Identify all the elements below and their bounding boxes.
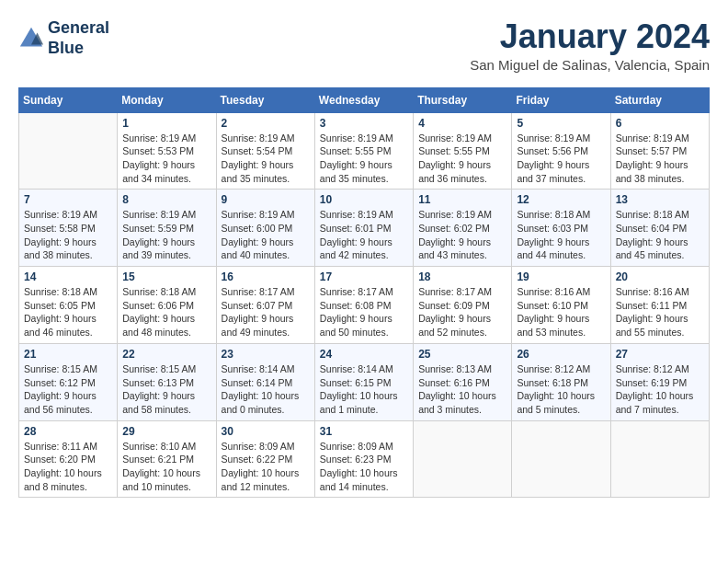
- calendar-cell: 23Sunrise: 8:14 AMSunset: 6:14 PMDayligh…: [216, 343, 314, 420]
- calendar-cell: 10Sunrise: 8:19 AMSunset: 6:01 PMDayligh…: [314, 190, 413, 267]
- calendar-week-5: 28Sunrise: 8:11 AMSunset: 6:20 PMDayligh…: [19, 420, 710, 498]
- day-number: 5: [517, 117, 605, 130]
- calendar-cell: 4Sunrise: 8:19 AMSunset: 5:55 PMDaylight…: [414, 112, 512, 190]
- calendar-cell: 26Sunrise: 8:12 AMSunset: 6:18 PMDayligh…: [512, 343, 610, 420]
- day-info: Sunrise: 8:19 AMSunset: 5:53 PMDaylight:…: [122, 132, 210, 186]
- location: San Miguel de Salinas, Valencia, Spain: [470, 57, 710, 73]
- calendar-cell: 14Sunrise: 8:18 AMSunset: 6:05 PMDayligh…: [19, 267, 118, 344]
- logo-icon: [18, 26, 44, 52]
- logo: General Blue: [18, 18, 109, 58]
- column-header-sunday: Sunday: [19, 87, 118, 112]
- day-info: Sunrise: 8:19 AMSunset: 5:55 PMDaylight:…: [320, 132, 408, 186]
- day-number: 19: [517, 270, 605, 283]
- day-number: 1: [122, 117, 210, 130]
- day-number: 8: [122, 193, 210, 206]
- day-number: 31: [320, 425, 408, 438]
- day-info: Sunrise: 8:18 AMSunset: 6:03 PMDaylight:…: [517, 208, 605, 262]
- day-info: Sunrise: 8:15 AMSunset: 6:13 PMDaylight:…: [122, 362, 210, 417]
- day-number: 4: [418, 117, 506, 130]
- day-number: 15: [122, 270, 210, 283]
- calendar-cell: 24Sunrise: 8:14 AMSunset: 6:15 PMDayligh…: [314, 343, 413, 420]
- column-header-wednesday: Wednesday: [314, 87, 413, 112]
- title-block: January 2024 San Miguel de Salinas, Vale…: [470, 18, 710, 73]
- day-info: Sunrise: 8:19 AMSunset: 5:55 PMDaylight:…: [418, 132, 506, 186]
- day-number: 7: [24, 193, 112, 206]
- day-number: 21: [24, 348, 112, 361]
- day-info: Sunrise: 8:14 AMSunset: 6:15 PMDaylight:…: [320, 362, 408, 417]
- column-header-thursday: Thursday: [414, 87, 512, 112]
- day-number: 22: [122, 348, 210, 361]
- day-number: 14: [24, 270, 112, 283]
- column-header-tuesday: Tuesday: [216, 87, 314, 112]
- calendar-week-4: 21Sunrise: 8:15 AMSunset: 6:12 PMDayligh…: [19, 343, 710, 420]
- day-info: Sunrise: 8:19 AMSunset: 6:00 PMDaylight:…: [222, 208, 310, 262]
- day-number: 12: [517, 193, 605, 206]
- calendar-cell: 11Sunrise: 8:19 AMSunset: 6:02 PMDayligh…: [414, 190, 512, 267]
- day-info: Sunrise: 8:18 AMSunset: 6:06 PMDaylight:…: [122, 285, 210, 339]
- logo-text: General Blue: [48, 18, 109, 58]
- calendar-table: SundayMondayTuesdayWednesdayThursdayFrid…: [18, 87, 710, 499]
- day-info: Sunrise: 8:19 AMSunset: 5:54 PMDaylight:…: [222, 132, 310, 186]
- day-number: 30: [222, 425, 310, 438]
- day-number: 2: [222, 117, 310, 130]
- day-number: 3: [320, 117, 408, 130]
- day-number: 13: [616, 193, 704, 206]
- calendar-cell: 15Sunrise: 8:18 AMSunset: 6:06 PMDayligh…: [118, 267, 216, 344]
- day-info: Sunrise: 8:12 AMSunset: 6:19 PMDaylight:…: [616, 362, 704, 417]
- day-info: Sunrise: 8:09 AMSunset: 6:22 PMDaylight:…: [222, 440, 310, 494]
- calendar-cell: 29Sunrise: 8:10 AMSunset: 6:21 PMDayligh…: [118, 420, 216, 498]
- calendar-cell: 12Sunrise: 8:18 AMSunset: 6:03 PMDayligh…: [512, 190, 610, 267]
- day-number: 24: [320, 348, 408, 361]
- day-number: 28: [24, 425, 112, 438]
- day-number: 29: [122, 425, 210, 438]
- day-number: 17: [320, 270, 408, 283]
- calendar-cell: 20Sunrise: 8:16 AMSunset: 6:11 PMDayligh…: [610, 267, 709, 344]
- calendar-cell: 7Sunrise: 8:19 AMSunset: 5:58 PMDaylight…: [19, 190, 118, 267]
- calendar-week-3: 14Sunrise: 8:18 AMSunset: 6:05 PMDayligh…: [19, 267, 710, 344]
- calendar-cell: 2Sunrise: 8:19 AMSunset: 5:54 PMDaylight…: [216, 112, 314, 190]
- month-title: January 2024: [470, 18, 710, 55]
- column-header-monday: Monday: [118, 87, 216, 112]
- day-number: 9: [222, 193, 310, 206]
- calendar-cell: 3Sunrise: 8:19 AMSunset: 5:55 PMDaylight…: [314, 112, 413, 190]
- day-info: Sunrise: 8:10 AMSunset: 6:21 PMDaylight:…: [122, 440, 210, 494]
- calendar-week-1: 1Sunrise: 8:19 AMSunset: 5:53 PMDaylight…: [19, 112, 710, 190]
- day-info: Sunrise: 8:19 AMSunset: 5:57 PMDaylight:…: [616, 132, 704, 186]
- calendar-body: 1Sunrise: 8:19 AMSunset: 5:53 PMDaylight…: [19, 112, 710, 498]
- column-header-saturday: Saturday: [610, 87, 709, 112]
- calendar-cell: 6Sunrise: 8:19 AMSunset: 5:57 PMDaylight…: [610, 112, 709, 190]
- day-info: Sunrise: 8:18 AMSunset: 6:04 PMDaylight:…: [616, 208, 704, 262]
- calendar-cell: 9Sunrise: 8:19 AMSunset: 6:00 PMDaylight…: [216, 190, 314, 267]
- day-number: 26: [517, 348, 605, 361]
- calendar-cell: 28Sunrise: 8:11 AMSunset: 6:20 PMDayligh…: [19, 420, 118, 498]
- day-info: Sunrise: 8:19 AMSunset: 5:58 PMDaylight:…: [24, 208, 112, 262]
- day-info: Sunrise: 8:14 AMSunset: 6:14 PMDaylight:…: [222, 362, 310, 417]
- column-header-friday: Friday: [512, 87, 610, 112]
- day-info: Sunrise: 8:19 AMSunset: 5:56 PMDaylight:…: [517, 132, 605, 186]
- calendar-cell: 19Sunrise: 8:16 AMSunset: 6:10 PMDayligh…: [512, 267, 610, 344]
- day-number: 11: [418, 193, 506, 206]
- day-info: Sunrise: 8:16 AMSunset: 6:11 PMDaylight:…: [616, 285, 704, 339]
- calendar-cell: 25Sunrise: 8:13 AMSunset: 6:16 PMDayligh…: [414, 343, 512, 420]
- day-info: Sunrise: 8:17 AMSunset: 6:09 PMDaylight:…: [418, 285, 506, 339]
- calendar-cell: [610, 420, 709, 498]
- calendar-cell: 1Sunrise: 8:19 AMSunset: 5:53 PMDaylight…: [118, 112, 216, 190]
- day-number: 18: [418, 270, 506, 283]
- day-info: Sunrise: 8:12 AMSunset: 6:18 PMDaylight:…: [517, 362, 605, 417]
- calendar-cell: 30Sunrise: 8:09 AMSunset: 6:22 PMDayligh…: [216, 420, 314, 498]
- calendar-cell: 21Sunrise: 8:15 AMSunset: 6:12 PMDayligh…: [19, 343, 118, 420]
- calendar-cell: [512, 420, 610, 498]
- calendar-cell: 27Sunrise: 8:12 AMSunset: 6:19 PMDayligh…: [610, 343, 709, 420]
- day-number: 20: [616, 270, 704, 283]
- day-info: Sunrise: 8:17 AMSunset: 6:07 PMDaylight:…: [222, 285, 310, 339]
- day-number: 23: [222, 348, 310, 361]
- calendar-cell: 5Sunrise: 8:19 AMSunset: 5:56 PMDaylight…: [512, 112, 610, 190]
- calendar-cell: 22Sunrise: 8:15 AMSunset: 6:13 PMDayligh…: [118, 343, 216, 420]
- day-info: Sunrise: 8:16 AMSunset: 6:10 PMDaylight:…: [517, 285, 605, 339]
- page-header: General Blue January 2024 San Miguel de …: [18, 18, 710, 73]
- calendar-cell: 16Sunrise: 8:17 AMSunset: 6:07 PMDayligh…: [216, 267, 314, 344]
- day-number: 6: [616, 117, 704, 130]
- calendar-cell: 31Sunrise: 8:09 AMSunset: 6:23 PMDayligh…: [314, 420, 413, 498]
- calendar-header-row: SundayMondayTuesdayWednesdayThursdayFrid…: [19, 87, 710, 112]
- day-info: Sunrise: 8:09 AMSunset: 6:23 PMDaylight:…: [320, 440, 408, 494]
